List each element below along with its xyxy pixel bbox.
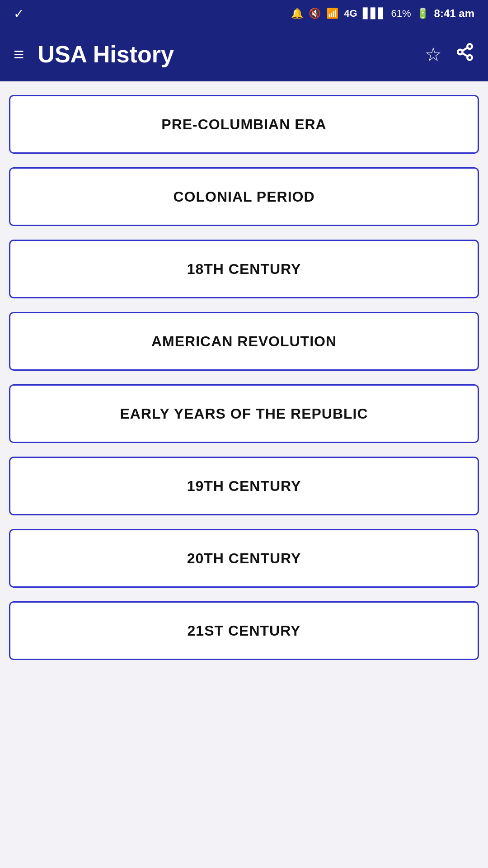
- sim-icon: 📶: [326, 8, 338, 19]
- mute-icon: 🔇: [309, 8, 321, 19]
- share-icon[interactable]: [455, 42, 474, 66]
- menu-icon[interactable]: ≡: [14, 45, 24, 63]
- category-card-21st-century[interactable]: 21ST CENTURY: [9, 601, 479, 660]
- favorite-icon[interactable]: ☆: [425, 43, 442, 66]
- category-card-pre-columbian-era[interactable]: PRE-COLUMBIAN ERA: [9, 95, 479, 154]
- content-area: PRE-COLUMBIAN ERACOLONIAL PERIOD18TH CEN…: [0, 81, 488, 674]
- category-label-20th-century: 20TH CENTURY: [187, 550, 301, 567]
- category-label-colonial-period: COLONIAL PERIOD: [173, 189, 314, 205]
- category-card-19th-century[interactable]: 19TH CENTURY: [9, 457, 479, 515]
- category-card-18th-century[interactable]: 18TH CENTURY: [9, 240, 479, 298]
- checkmark-icon: ✓: [14, 6, 24, 21]
- svg-line-4: [462, 47, 468, 51]
- battery-icon: 🔋: [417, 8, 429, 19]
- category-label-american-revolution: AMERICAN REVOLUTION: [151, 333, 337, 350]
- network-4g-icon: 4G: [344, 8, 357, 19]
- category-card-colonial-period[interactable]: COLONIAL PERIOD: [9, 167, 479, 226]
- category-card-american-revolution[interactable]: AMERICAN REVOLUTION: [9, 312, 479, 371]
- app-bar-actions: ☆: [425, 42, 474, 66]
- category-label-18th-century: 18TH CENTURY: [187, 261, 301, 278]
- category-card-early-years-republic[interactable]: EARLY YEARS OF THE REPUBLIC: [9, 384, 479, 443]
- svg-line-3: [462, 53, 468, 57]
- status-bar-right: 🔔 🔇 📶 4G ▋▋▋ 61% 🔋 8:41 am: [291, 7, 474, 20]
- status-time: 8:41 am: [434, 7, 474, 20]
- page-title: USA History: [38, 41, 425, 68]
- notification-icon: 🔔: [291, 8, 303, 19]
- category-label-early-years-republic: EARLY YEARS OF THE REPUBLIC: [120, 406, 368, 422]
- status-bar: ✓ 🔔 🔇 📶 4G ▋▋▋ 61% 🔋 8:41 am: [0, 0, 488, 27]
- category-card-20th-century[interactable]: 20TH CENTURY: [9, 529, 479, 588]
- signal-bars-icon: ▋▋▋: [363, 8, 386, 19]
- category-label-21st-century: 21ST CENTURY: [188, 623, 301, 639]
- app-bar: ≡ USA History ☆: [0, 27, 488, 81]
- battery-indicator: 61%: [391, 8, 411, 19]
- category-label-19th-century: 19TH CENTURY: [187, 478, 301, 495]
- status-bar-left: ✓: [14, 6, 291, 21]
- category-label-pre-columbian-era: PRE-COLUMBIAN ERA: [161, 116, 326, 133]
